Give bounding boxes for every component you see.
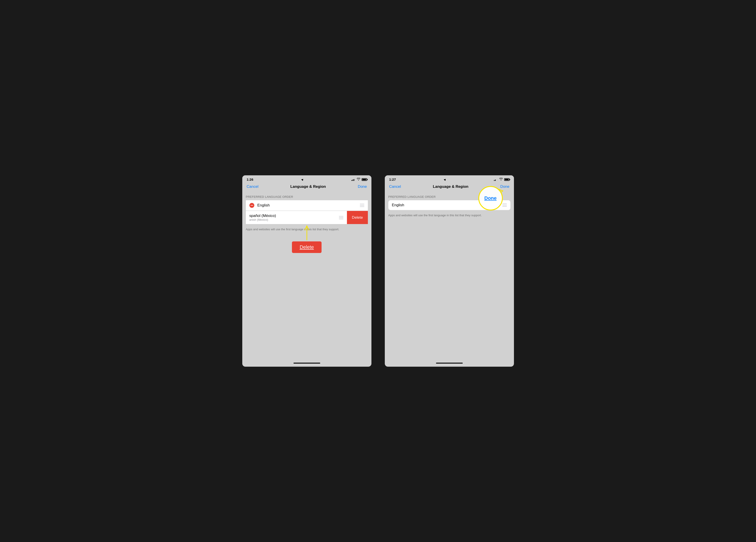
status-bar-left: 1:26 xyxy=(242,175,371,183)
done-button-left[interactable]: Done xyxy=(358,185,367,189)
language-name-english: English xyxy=(257,203,360,208)
bar1 xyxy=(351,180,352,181)
cancel-button-left[interactable]: Cancel xyxy=(247,185,259,189)
cancel-button-right[interactable]: Cancel xyxy=(389,185,401,189)
section-header-left: PREFERRED LANGUAGE ORDER xyxy=(242,192,371,200)
status-icons-right xyxy=(494,178,509,181)
rbar1 xyxy=(494,180,495,181)
handle-line-3e xyxy=(339,219,343,219)
home-indicator-left xyxy=(242,360,371,367)
location-icon-right xyxy=(444,178,447,181)
done-button-right[interactable]: Done xyxy=(500,185,509,189)
location-icon-left xyxy=(301,178,304,181)
signal-bars-left xyxy=(351,178,355,181)
left-phone-screen: 1:26 xyxy=(242,175,371,367)
bar3 xyxy=(354,179,354,181)
battery-icon-right xyxy=(504,178,509,181)
handle-line-1 xyxy=(360,204,364,204)
info-text-right: Apps and websites will use the first lan… xyxy=(385,210,514,221)
signal-bars-right xyxy=(494,178,498,181)
language-row-espanol: spañol (México) anish (Mexico) Delete xyxy=(246,211,368,224)
right-phone-screen: 1:27 xyxy=(385,175,514,367)
delete-swipe-label: Delete xyxy=(352,216,363,220)
delete-annotation-container: Delete xyxy=(285,242,329,253)
language-subtitle-espanol: anish (Mexico) xyxy=(249,218,339,222)
delete-annotation-box: Delete xyxy=(292,242,322,253)
handle-line-1e xyxy=(339,216,343,217)
wifi-icon-left xyxy=(357,178,360,181)
bar2 xyxy=(353,180,353,181)
nav-bar-left: Cancel Language & Region Done xyxy=(242,183,371,192)
espanol-row-inner: spañol (México) anish (Mexico) xyxy=(249,214,339,222)
done-circle-label: Done xyxy=(484,195,497,201)
status-time-right: 1:27 xyxy=(389,178,396,181)
screenshots-container: 1:26 xyxy=(237,171,520,371)
reorder-handle-english-right[interactable] xyxy=(502,204,507,207)
home-bar-right xyxy=(436,363,463,363)
rbar3 xyxy=(496,179,497,181)
espanol-row-content: spañol (México) anish (Mexico) xyxy=(246,211,347,224)
reorder-handle-espanol[interactable] xyxy=(339,216,343,219)
home-bar-left xyxy=(293,363,320,363)
nav-title-right: Language & Region xyxy=(433,185,469,189)
bar4 xyxy=(355,179,355,181)
reorder-handle-english[interactable] xyxy=(360,204,364,207)
wifi-icon-right xyxy=(499,178,503,181)
handle-line-2e xyxy=(339,218,343,218)
handle-line-3 xyxy=(360,207,364,207)
screen-content-right: PREFERRED LANGUAGE ORDER English Apps an… xyxy=(385,192,514,360)
screen-content-left: PREFERRED LANGUAGE ORDER English xyxy=(242,192,371,360)
minus-icon-english[interactable] xyxy=(249,203,254,208)
delete-arrow-svg xyxy=(293,225,320,243)
status-bar-right: 1:27 xyxy=(385,175,514,183)
rhandle-line-2 xyxy=(502,205,507,205)
handle-line-2 xyxy=(360,205,364,206)
language-name-espanol: spañol (México) xyxy=(249,214,339,218)
status-icons-left xyxy=(351,178,367,181)
language-row-english: English xyxy=(246,200,368,211)
home-indicator-right xyxy=(385,360,514,367)
rhandle-line-1 xyxy=(502,204,507,204)
done-circle-annotation: Done xyxy=(478,186,503,211)
status-time-left: 1:26 xyxy=(247,178,253,181)
battery-icon-left xyxy=(362,178,367,181)
nav-title-left: Language & Region xyxy=(290,185,326,189)
delete-annotation-label: Delete xyxy=(300,244,314,250)
rhandle-line-3 xyxy=(502,206,507,207)
delete-swipe-btn[interactable]: Delete xyxy=(347,211,368,224)
rbar4 xyxy=(497,179,498,181)
language-list-left: English spañol (México) anish (Mexico) xyxy=(246,200,368,224)
rbar2 xyxy=(495,180,496,181)
